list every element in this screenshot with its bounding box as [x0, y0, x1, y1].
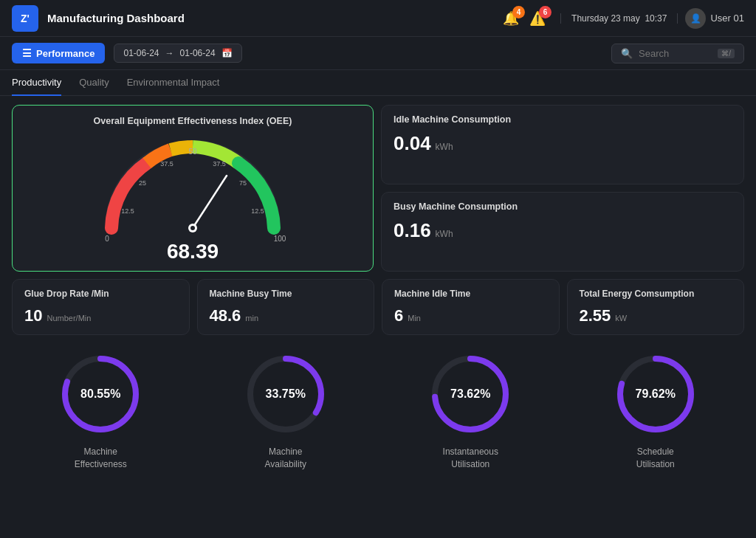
- svg-text:50: 50: [188, 148, 197, 156]
- donut-chart-schedule-utilisation: 79.62%: [611, 350, 700, 438]
- notification-alert[interactable]: ⚠️ 6: [529, 10, 546, 27]
- bell-badge: 4: [512, 6, 525, 18]
- donut-value-machine-effectiveness: 80.55%: [80, 387, 120, 401]
- stat-total-energy: Total Energy Comsumption 2.55 kW: [567, 279, 745, 335]
- stat-machine-busy: Machine Busy Time 48.6 min: [197, 279, 375, 335]
- gauge-wrapper: 0 12.5 25 37.5 50 37.5 75 12.5 1: [24, 132, 361, 263]
- search-input[interactable]: [639, 48, 712, 59]
- donut-label-schedule-utilisation: ScheduleUtilisation: [636, 446, 675, 471]
- performance-button[interactable]: ☰ Performance: [12, 43, 105, 63]
- alert-badge: 6: [539, 6, 551, 18]
- idle-machine-title: Idle Machine Consumption: [394, 114, 732, 125]
- oee-card: Overall Equipment Effectiveness Index (O…: [12, 105, 374, 272]
- tab-environmental[interactable]: Environmental Impact: [127, 70, 220, 96]
- app-logo: Z': [12, 5, 38, 32]
- busy-machine-card: Busy Machine Consumption 0.16 kWh: [381, 192, 744, 272]
- svg-line-9: [193, 176, 227, 228]
- tab-bar: Productivity Quality Environmental Impac…: [0, 70, 756, 96]
- donut-label-machine-availability: MachineAvailability: [265, 446, 306, 471]
- svg-text:37.5: 37.5: [160, 160, 173, 168]
- search-icon: 🔍: [621, 48, 633, 59]
- stat-glue-drop: Glue Drop Rate /Min 10 Number/Min: [12, 279, 190, 335]
- top-row: Overall Equipment Effectiveness Index (O…: [12, 105, 744, 272]
- right-cards: Idle Machine Consumption 0.04 kWh Busy M…: [381, 105, 744, 272]
- date-range-picker[interactable]: 01-06-24 → 01-06-24 📅: [114, 44, 241, 63]
- donut-value-instantaneous-utilisation: 73.62%: [450, 387, 490, 401]
- donut-value-schedule-utilisation: 79.62%: [636, 387, 676, 401]
- tab-productivity[interactable]: Productivity: [12, 70, 61, 96]
- toolbar: ☰ Performance 01-06-24 → 01-06-24 📅 🔍 ⌘/: [0, 37, 756, 70]
- donut-chart-machine-availability: 33.75%: [241, 350, 330, 438]
- svg-text:0: 0: [105, 235, 109, 243]
- header-datetime: Thursday 23 may 10:37: [560, 13, 678, 24]
- busy-machine-title: Busy Machine Consumption: [394, 201, 732, 212]
- svg-text:25: 25: [139, 179, 146, 187]
- donut-label-machine-effectiveness: MachineEffectiveness: [75, 446, 127, 471]
- app-title: Manufacturing Dashboard: [47, 12, 185, 24]
- busy-machine-value: 0.16 kWh: [394, 219, 732, 242]
- menu-icon: ☰: [22, 47, 32, 59]
- stat-machine-idle: Machine Idle Time 6 Min: [382, 279, 560, 335]
- donut-row: 80.55%MachineEffectiveness33.75%MachineA…: [12, 342, 744, 471]
- idle-machine-card: Idle Machine Consumption 0.04 kWh: [381, 105, 744, 184]
- donut-machine-availability: 33.75%MachineAvailability: [197, 350, 375, 471]
- donut-instantaneous-utilisation: 73.62%InstantaneousUtilisation: [382, 350, 560, 471]
- donut-label-instantaneous-utilisation: InstantaneousUtilisation: [443, 446, 498, 471]
- oee-value: 68.39: [167, 240, 219, 263]
- search-shortcut: ⌘/: [718, 49, 735, 58]
- svg-text:75: 75: [239, 179, 247, 187]
- svg-text:12.5: 12.5: [121, 207, 134, 215]
- donut-value-machine-availability: 33.75%: [266, 387, 306, 401]
- main-content: Overall Equipment Effectiveness Index (O…: [0, 96, 756, 480]
- oee-title: Overall Equipment Effectiveness Index (O…: [24, 116, 361, 126]
- idle-machine-value: 0.04 kWh: [394, 132, 732, 155]
- calendar-icon: 📅: [221, 48, 233, 58]
- header-icons: 🔔 4 ⚠️ 6 Thursday 23 may 10:37 👤 User 01: [503, 8, 744, 29]
- tab-quality[interactable]: Quality: [79, 70, 109, 96]
- donut-machine-effectiveness: 80.55%MachineEffectiveness: [12, 350, 190, 471]
- stats-row: Glue Drop Rate /Min 10 Number/Min Machin…: [12, 279, 744, 335]
- svg-text:12.5: 12.5: [251, 207, 264, 215]
- svg-text:37.5: 37.5: [213, 160, 226, 168]
- donut-chart-machine-effectiveness: 80.55%: [56, 350, 145, 438]
- donut-schedule-utilisation: 79.62%ScheduleUtilisation: [567, 350, 745, 471]
- gauge-svg: 0 12.5 25 37.5 50 37.5 75 12.5 1: [97, 132, 289, 243]
- notification-bell[interactable]: 🔔 4: [503, 10, 519, 27]
- search-box[interactable]: 🔍 ⌘/: [611, 44, 744, 63]
- donut-chart-instantaneous-utilisation: 73.62%: [426, 350, 515, 438]
- app-header: Z' Manufacturing Dashboard 🔔 4 ⚠️ 6 Thur…: [0, 0, 756, 37]
- svg-text:100: 100: [274, 235, 286, 243]
- user-avatar: 👤: [685, 8, 706, 29]
- user-menu[interactable]: 👤 User 01: [685, 8, 744, 29]
- svg-point-11: [190, 226, 195, 230]
